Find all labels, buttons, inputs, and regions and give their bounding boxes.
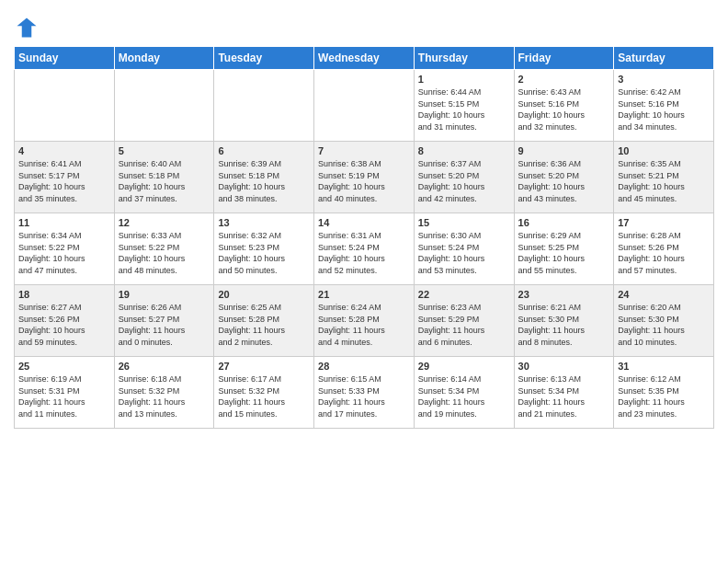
day-number: 9 bbox=[518, 145, 610, 156]
calendar-cell: 29Sunrise: 6:14 AM Sunset: 5:34 PM Dayli… bbox=[414, 357, 514, 429]
svg-marker-0 bbox=[17, 18, 37, 38]
day-info: Sunrise: 6:14 AM Sunset: 5:34 PM Dayligh… bbox=[418, 373, 510, 419]
weekday-header-thursday: Thursday bbox=[414, 47, 514, 70]
weekday-header-friday: Friday bbox=[514, 47, 614, 70]
calendar-cell: 27Sunrise: 6:17 AM Sunset: 5:32 PM Dayli… bbox=[214, 357, 314, 429]
day-number: 4 bbox=[18, 145, 110, 156]
weekday-header-sunday: Sunday bbox=[15, 47, 115, 70]
day-number: 1 bbox=[418, 74, 510, 85]
day-info: Sunrise: 6:18 AM Sunset: 5:32 PM Dayligh… bbox=[119, 373, 210, 419]
calendar-cell bbox=[114, 70, 214, 142]
day-info: Sunrise: 6:41 AM Sunset: 5:17 PM Dayligh… bbox=[18, 158, 110, 204]
day-number: 17 bbox=[618, 217, 710, 228]
calendar-cell: 12Sunrise: 6:33 AM Sunset: 5:22 PM Dayli… bbox=[114, 213, 214, 285]
day-number: 2 bbox=[518, 74, 610, 85]
day-info: Sunrise: 6:40 AM Sunset: 5:18 PM Dayligh… bbox=[119, 158, 210, 204]
day-number: 30 bbox=[518, 361, 610, 372]
day-number: 31 bbox=[618, 361, 710, 372]
logo-icon bbox=[14, 15, 40, 40]
day-info: Sunrise: 6:43 AM Sunset: 5:16 PM Dayligh… bbox=[518, 86, 610, 132]
calendar-cell: 3Sunrise: 6:42 AM Sunset: 5:16 PM Daylig… bbox=[614, 70, 714, 142]
calendar-table: SundayMondayTuesdayWednesdayThursdayFrid… bbox=[14, 46, 714, 429]
day-number: 24 bbox=[618, 289, 710, 300]
calendar-cell: 11Sunrise: 6:34 AM Sunset: 5:22 PM Dayli… bbox=[15, 213, 115, 285]
calendar-cell: 31Sunrise: 6:12 AM Sunset: 5:35 PM Dayli… bbox=[614, 357, 714, 429]
calendar-cell: 21Sunrise: 6:24 AM Sunset: 5:28 PM Dayli… bbox=[314, 285, 415, 357]
day-number: 14 bbox=[318, 217, 410, 228]
day-number: 21 bbox=[318, 289, 410, 300]
day-number: 8 bbox=[418, 145, 510, 156]
day-number: 25 bbox=[18, 361, 110, 372]
calendar-cell: 13Sunrise: 6:32 AM Sunset: 5:23 PM Dayli… bbox=[214, 213, 314, 285]
calendar-week-1: 1Sunrise: 6:44 AM Sunset: 5:15 PM Daylig… bbox=[15, 70, 714, 142]
calendar-cell: 6Sunrise: 6:39 AM Sunset: 5:18 PM Daylig… bbox=[214, 142, 314, 213]
day-info: Sunrise: 6:39 AM Sunset: 5:18 PM Dayligh… bbox=[218, 158, 310, 204]
day-info: Sunrise: 6:17 AM Sunset: 5:32 PM Dayligh… bbox=[218, 373, 310, 419]
day-info: Sunrise: 6:35 AM Sunset: 5:21 PM Dayligh… bbox=[618, 158, 710, 204]
calendar-cell: 26Sunrise: 6:18 AM Sunset: 5:32 PM Dayli… bbox=[114, 357, 214, 429]
calendar-cell: 17Sunrise: 6:28 AM Sunset: 5:26 PM Dayli… bbox=[614, 213, 714, 285]
day-info: Sunrise: 6:21 AM Sunset: 5:30 PM Dayligh… bbox=[518, 302, 610, 348]
weekday-header-wednesday: Wednesday bbox=[314, 47, 415, 70]
calendar-cell: 9Sunrise: 6:36 AM Sunset: 5:20 PM Daylig… bbox=[514, 142, 614, 213]
day-info: Sunrise: 6:27 AM Sunset: 5:26 PM Dayligh… bbox=[18, 302, 110, 348]
day-number: 10 bbox=[618, 145, 710, 156]
calendar-week-2: 4Sunrise: 6:41 AM Sunset: 5:17 PM Daylig… bbox=[15, 142, 714, 213]
day-info: Sunrise: 6:26 AM Sunset: 5:27 PM Dayligh… bbox=[119, 302, 210, 348]
day-info: Sunrise: 6:12 AM Sunset: 5:35 PM Dayligh… bbox=[618, 373, 710, 419]
calendar-cell: 2Sunrise: 6:43 AM Sunset: 5:16 PM Daylig… bbox=[514, 70, 614, 142]
calendar-cell: 28Sunrise: 6:15 AM Sunset: 5:33 PM Dayli… bbox=[314, 357, 415, 429]
day-number: 26 bbox=[119, 361, 210, 372]
calendar-cell: 15Sunrise: 6:30 AM Sunset: 5:24 PM Dayli… bbox=[414, 213, 514, 285]
calendar-cell bbox=[314, 70, 415, 142]
day-info: Sunrise: 6:38 AM Sunset: 5:19 PM Dayligh… bbox=[318, 158, 410, 204]
calendar-cell: 16Sunrise: 6:29 AM Sunset: 5:25 PM Dayli… bbox=[514, 213, 614, 285]
calendar-cell: 24Sunrise: 6:20 AM Sunset: 5:30 PM Dayli… bbox=[614, 285, 714, 357]
day-info: Sunrise: 6:29 AM Sunset: 5:25 PM Dayligh… bbox=[518, 230, 610, 276]
calendar-week-5: 25Sunrise: 6:19 AM Sunset: 5:31 PM Dayli… bbox=[15, 357, 714, 429]
calendar-cell: 18Sunrise: 6:27 AM Sunset: 5:26 PM Dayli… bbox=[15, 285, 115, 357]
day-info: Sunrise: 6:13 AM Sunset: 5:34 PM Dayligh… bbox=[518, 373, 610, 419]
day-info: Sunrise: 6:15 AM Sunset: 5:33 PM Dayligh… bbox=[318, 373, 410, 419]
day-number: 13 bbox=[218, 217, 310, 228]
calendar-cell: 7Sunrise: 6:38 AM Sunset: 5:19 PM Daylig… bbox=[314, 142, 415, 213]
calendar-cell: 10Sunrise: 6:35 AM Sunset: 5:21 PM Dayli… bbox=[614, 142, 714, 213]
logo bbox=[14, 15, 43, 40]
day-number: 16 bbox=[518, 217, 610, 228]
day-number: 12 bbox=[119, 217, 210, 228]
day-info: Sunrise: 6:34 AM Sunset: 5:22 PM Dayligh… bbox=[18, 230, 110, 276]
weekday-header-tuesday: Tuesday bbox=[214, 47, 314, 70]
day-info: Sunrise: 6:37 AM Sunset: 5:20 PM Dayligh… bbox=[418, 158, 510, 204]
day-number: 7 bbox=[318, 145, 410, 156]
calendar-cell: 22Sunrise: 6:23 AM Sunset: 5:29 PM Dayli… bbox=[414, 285, 514, 357]
calendar-cell: 8Sunrise: 6:37 AM Sunset: 5:20 PM Daylig… bbox=[414, 142, 514, 213]
day-number: 11 bbox=[18, 217, 110, 228]
day-number: 28 bbox=[318, 361, 410, 372]
day-number: 15 bbox=[418, 217, 510, 228]
day-info: Sunrise: 6:24 AM Sunset: 5:28 PM Dayligh… bbox=[318, 302, 410, 348]
day-number: 27 bbox=[218, 361, 310, 372]
day-info: Sunrise: 6:20 AM Sunset: 5:30 PM Dayligh… bbox=[618, 302, 710, 348]
weekday-header-saturday: Saturday bbox=[614, 47, 714, 70]
day-info: Sunrise: 6:36 AM Sunset: 5:20 PM Dayligh… bbox=[518, 158, 610, 204]
day-number: 29 bbox=[418, 361, 510, 372]
day-info: Sunrise: 6:19 AM Sunset: 5:31 PM Dayligh… bbox=[18, 373, 110, 419]
calendar-cell: 19Sunrise: 6:26 AM Sunset: 5:27 PM Dayli… bbox=[114, 285, 214, 357]
day-info: Sunrise: 6:23 AM Sunset: 5:29 PM Dayligh… bbox=[418, 302, 510, 348]
weekday-header-monday: Monday bbox=[114, 47, 214, 70]
calendar-cell: 4Sunrise: 6:41 AM Sunset: 5:17 PM Daylig… bbox=[15, 142, 115, 213]
day-info: Sunrise: 6:31 AM Sunset: 5:24 PM Dayligh… bbox=[318, 230, 410, 276]
page-header bbox=[14, 9, 714, 40]
day-number: 3 bbox=[618, 74, 710, 85]
calendar-cell: 5Sunrise: 6:40 AM Sunset: 5:18 PM Daylig… bbox=[114, 142, 214, 213]
day-info: Sunrise: 6:42 AM Sunset: 5:16 PM Dayligh… bbox=[618, 86, 710, 132]
day-number: 23 bbox=[518, 289, 610, 300]
day-number: 18 bbox=[18, 289, 110, 300]
day-number: 19 bbox=[119, 289, 210, 300]
day-info: Sunrise: 6:44 AM Sunset: 5:15 PM Dayligh… bbox=[418, 86, 510, 132]
calendar-cell: 1Sunrise: 6:44 AM Sunset: 5:15 PM Daylig… bbox=[414, 70, 514, 142]
day-info: Sunrise: 6:25 AM Sunset: 5:28 PM Dayligh… bbox=[218, 302, 310, 348]
calendar-week-4: 18Sunrise: 6:27 AM Sunset: 5:26 PM Dayli… bbox=[15, 285, 714, 357]
day-info: Sunrise: 6:33 AM Sunset: 5:22 PM Dayligh… bbox=[119, 230, 210, 276]
day-number: 5 bbox=[119, 145, 210, 156]
